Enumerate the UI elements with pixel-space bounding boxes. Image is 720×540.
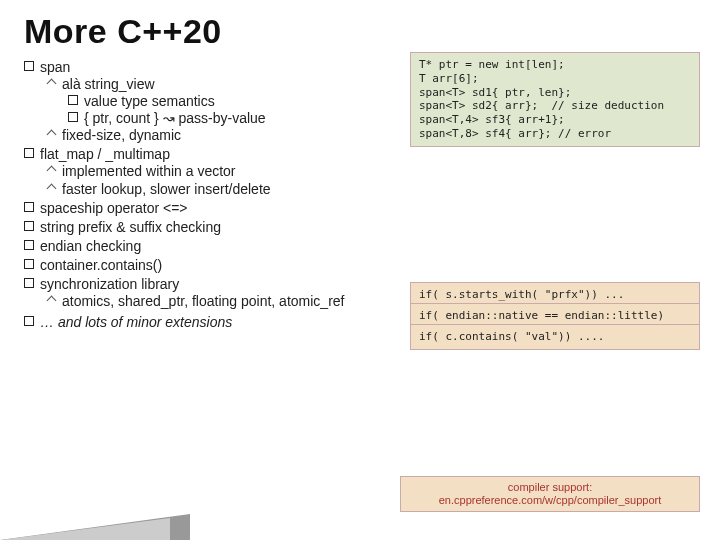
b-space: spaceship operator <=>: [40, 200, 188, 216]
compiler-support-box: compiler support: en.cppreference.com/w/…: [400, 476, 700, 512]
b-flat: flat_map / _multimap: [40, 146, 170, 162]
b-span-s1b: { ptr, count } ↝ pass-by-value: [84, 110, 266, 126]
code-span-example: T* ptr = new int[len]; T arr[6]; span<T>…: [410, 52, 700, 147]
b-sync-s1: atomics, shared_ptr, floating point, ato…: [62, 293, 344, 309]
b-flat-s1: implemented within a vector: [62, 163, 236, 179]
b-span-s1: alà string_view: [62, 76, 155, 92]
b-more: … and lots of minor extensions: [40, 314, 232, 330]
b-prefix: string prefix & suffix checking: [40, 219, 221, 235]
b-span-s2: fixed-size, dynamic: [62, 127, 181, 143]
b-contains: container.contains(): [40, 257, 162, 273]
page-title: More C++20: [24, 12, 696, 51]
b-endian: endian checking: [40, 238, 141, 254]
cs-line2: en.cppreference.com/w/cpp/compiler_suppo…: [439, 494, 662, 506]
b-span: span: [40, 59, 70, 75]
b-sync: synchronization library: [40, 276, 179, 292]
code-contains: if( c.contains( "val")) ....: [410, 324, 700, 350]
b-flat-s2: faster lookup, slower insert/delete: [62, 181, 271, 197]
decor-wedge-light: [0, 518, 170, 540]
cs-line1: compiler support:: [508, 481, 592, 493]
b-span-s1a: value type semantics: [84, 93, 215, 109]
